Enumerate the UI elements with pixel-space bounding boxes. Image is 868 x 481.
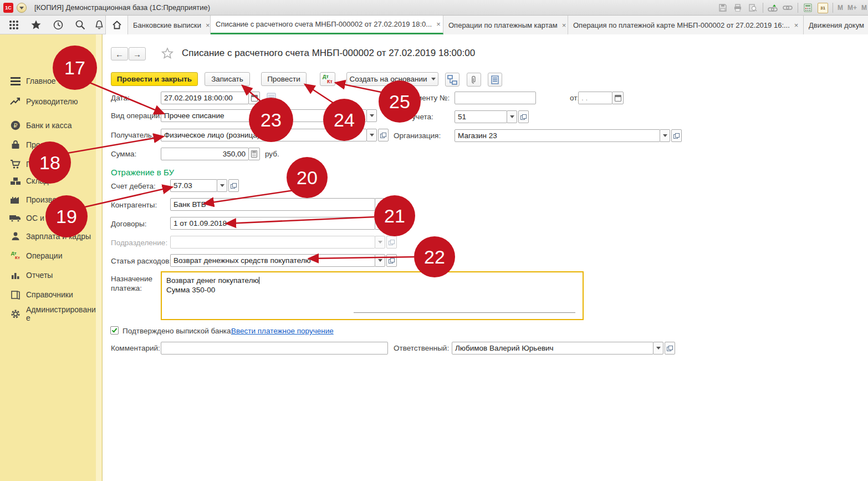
debit-account-open-button[interactable] bbox=[228, 179, 239, 192]
sidebar-item-spravochniki[interactable]: Справочники bbox=[0, 286, 97, 303]
tab-home[interactable] bbox=[105, 16, 128, 34]
organization-dropdown-button[interactable] bbox=[660, 129, 670, 142]
memory-m-button[interactable]: M bbox=[838, 4, 843, 12]
debit-account-input[interactable]: 57.03 bbox=[170, 179, 217, 192]
create-based-on-button[interactable]: Создать на основании bbox=[346, 72, 438, 86]
contractors-open-button[interactable] bbox=[386, 198, 397, 211]
debit-account-dropdown-button[interactable] bbox=[217, 179, 227, 192]
bank-confirmed-checkbox[interactable] bbox=[110, 326, 119, 335]
print-icon[interactable] bbox=[733, 3, 743, 13]
list-view-icon[interactable] bbox=[267, 93, 276, 103]
organization-open-button[interactable] bbox=[671, 129, 682, 142]
related-documents-button[interactable] bbox=[445, 73, 459, 87]
operation-type-label: Вид операции: bbox=[111, 112, 162, 120]
comment-input[interactable] bbox=[161, 342, 388, 355]
post-and-close-button[interactable]: Провести и закрыть bbox=[111, 72, 198, 86]
doc-number-input[interactable] bbox=[455, 92, 536, 104]
contractors-dropdown-button[interactable] bbox=[375, 198, 385, 211]
responsible-input[interactable]: Любимов Валерий Юрьевич bbox=[452, 342, 653, 355]
amount-input[interactable]: 350,00 bbox=[161, 148, 249, 160]
chevron-down-icon bbox=[378, 259, 382, 262]
search-icon[interactable] bbox=[73, 18, 88, 32]
main-menu-button[interactable] bbox=[17, 3, 27, 13]
tools-grid-icon[interactable] bbox=[7, 18, 21, 32]
sidebar-item-glavnoe[interactable]: Главное bbox=[0, 73, 97, 89]
expense-item-input[interactable]: Возврат денежных средств покупателю bbox=[170, 254, 375, 267]
attachments-paperclip-button[interactable] bbox=[467, 73, 481, 87]
contractors-label: Контрагенты: bbox=[111, 201, 157, 209]
contracts-input[interactable]: 1 от 01.09.2018 bbox=[170, 217, 375, 230]
recipient-dropdown-button[interactable] bbox=[366, 129, 377, 141]
close-icon[interactable]: × bbox=[794, 21, 799, 29]
tab-label: Списание с расчетного счета МНБП-000002 … bbox=[216, 20, 432, 28]
tab-document-movements[interactable]: Движения докум bbox=[804, 16, 868, 34]
favorites-star-icon[interactable] bbox=[29, 18, 43, 32]
save-button[interactable]: Записать bbox=[205, 72, 250, 86]
calculator-icon[interactable] bbox=[803, 3, 813, 13]
text-caret bbox=[259, 277, 259, 284]
expense-item-dropdown-button[interactable] bbox=[375, 254, 385, 267]
doc-number-label: По документу №: bbox=[390, 94, 450, 102]
account-input[interactable]: 51 bbox=[455, 110, 507, 123]
account-open-button[interactable] bbox=[518, 110, 529, 123]
back-button[interactable]: ← bbox=[111, 47, 128, 60]
amount-calculator-button[interactable] bbox=[248, 148, 260, 160]
get-link-icon[interactable] bbox=[783, 3, 793, 13]
sidebar-item-prodazhi[interactable]: Продажи bbox=[0, 136, 97, 153]
report-button[interactable] bbox=[488, 73, 502, 87]
sidebar-item-rukovoditelyu[interactable]: Руководителю bbox=[0, 93, 97, 110]
save-icon[interactable] bbox=[718, 3, 728, 13]
recipient-input[interactable]: Физическое лицо (розница) bbox=[161, 129, 367, 141]
contracts-dropdown-button[interactable] bbox=[375, 217, 385, 230]
responsible-dropdown-button[interactable] bbox=[653, 342, 663, 355]
sidebar-item-pokupki[interactable]: Покупки bbox=[0, 156, 97, 173]
memory-mminus-button[interactable]: M bbox=[861, 4, 867, 12]
sidebar-item-administrirovanie[interactable]: Администрирование bbox=[0, 306, 97, 322]
date-calendar-button[interactable] bbox=[248, 92, 260, 104]
sidebar-item-bank-i-kassa[interactable]: ₽ Банк и касса bbox=[0, 117, 97, 134]
close-icon[interactable]: × bbox=[562, 21, 566, 29]
create-based-on-label: Создать на основании bbox=[349, 75, 427, 83]
cart-icon bbox=[9, 158, 22, 170]
calendar-icon[interactable]: 31 bbox=[818, 3, 828, 13]
sidebar-item-otchety[interactable]: Отчеты bbox=[0, 267, 97, 283]
account-dropdown-button[interactable] bbox=[507, 110, 517, 123]
tab-bank-statements[interactable]: Банковские выписки× bbox=[128, 16, 211, 34]
contractors-input[interactable]: Банк ВТБ bbox=[170, 198, 375, 211]
tab-card-operations[interactable]: Операции по платежным картам× bbox=[443, 16, 568, 34]
doc-date-input[interactable]: . . bbox=[578, 92, 612, 104]
print-preview-icon[interactable] bbox=[748, 3, 758, 13]
contracts-open-button[interactable] bbox=[386, 217, 397, 230]
tab-card-operation-doc[interactable]: Операция по платежной карте МНБП-000002 … bbox=[568, 16, 804, 34]
operation-type-select[interactable]: Прочее списание bbox=[161, 109, 367, 122]
sidebar-item-proizvodstvo[interactable]: Производство bbox=[0, 191, 97, 208]
dtkt-postings-button[interactable]: ДтКт bbox=[320, 72, 335, 86]
date-input[interactable]: 27.02.2019 18:00:00 bbox=[161, 92, 249, 104]
tab-label: Движения докум bbox=[809, 21, 864, 29]
memory-mplus-button[interactable]: M+ bbox=[847, 4, 857, 12]
post-button[interactable]: Провести bbox=[261, 72, 307, 86]
go-to-link-icon[interactable] bbox=[768, 3, 778, 13]
check-icon bbox=[112, 327, 118, 332]
comment-label: Комментарий: bbox=[111, 344, 160, 352]
operation-type-dropdown-button[interactable] bbox=[366, 109, 377, 122]
bag-icon bbox=[9, 139, 22, 151]
sidebar-item-os-i-nma[interactable]: ОС и НМА bbox=[0, 210, 97, 226]
sidebar-item-operatsii[interactable]: ДтКт Операции bbox=[0, 247, 97, 264]
tab-debit-account-active[interactable]: Списание с расчетного счета МНБП-000002 … bbox=[211, 16, 443, 34]
history-icon[interactable] bbox=[51, 18, 65, 32]
recipient-open-button[interactable] bbox=[378, 129, 389, 141]
notifications-bell-icon[interactable] bbox=[92, 18, 106, 32]
organization-input[interactable]: Магазин 23 bbox=[455, 129, 660, 142]
sidebar-item-zarplata[interactable]: Зарплата и кадры bbox=[0, 228, 97, 245]
close-icon[interactable]: × bbox=[436, 20, 441, 28]
chart-icon bbox=[9, 269, 22, 281]
expense-item-open-button[interactable] bbox=[386, 254, 397, 267]
forward-button[interactable]: → bbox=[129, 47, 146, 60]
enter-payment-order-link[interactable]: Ввести платежное поручение bbox=[231, 327, 334, 335]
doc-date-calendar-button[interactable] bbox=[612, 92, 624, 104]
sidebar-item-sklad[interactable]: Склад bbox=[0, 173, 97, 189]
favorite-star-icon[interactable] bbox=[161, 47, 174, 62]
responsible-open-button[interactable] bbox=[665, 342, 675, 355]
close-icon[interactable]: × bbox=[206, 21, 210, 29]
